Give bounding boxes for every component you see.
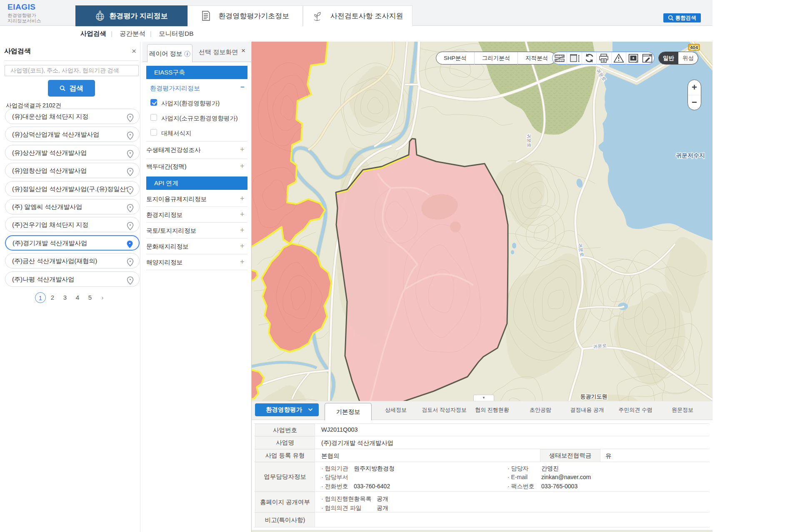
svg-text:404: 404 [690,45,698,50]
svg-text:귀운저수지: 귀운저수지 [676,152,705,159]
svg-text:동광기도원: 동광기도원 [580,393,608,400]
svg-text:i: i [187,52,188,56]
svg-text:귀운로: 귀운로 [526,134,532,148]
